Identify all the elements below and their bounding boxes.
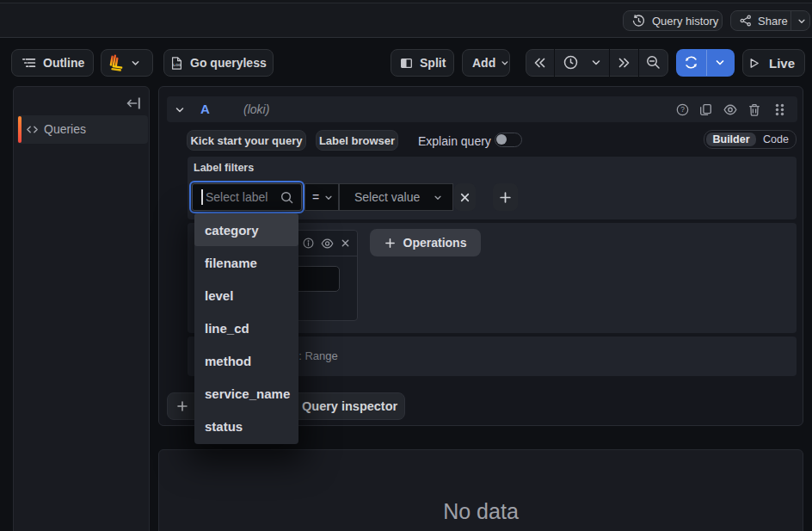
svg-text:?: ?: [680, 105, 685, 114]
svg-text:LOG: LOG: [173, 63, 181, 67]
